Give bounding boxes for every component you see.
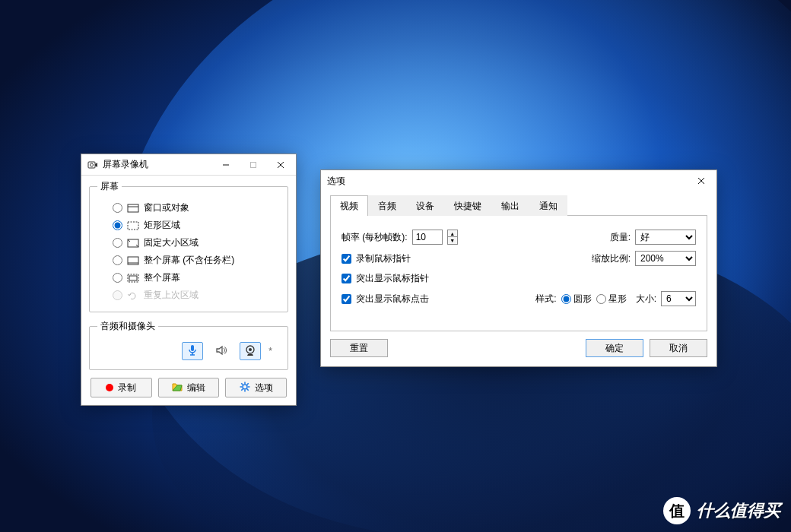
repeat-icon	[127, 291, 139, 300]
watermark-badge: 值	[663, 497, 691, 524]
close-button[interactable]	[688, 171, 715, 191]
radio-label: 整个屏幕	[144, 271, 180, 284]
checkbox-input[interactable]	[341, 254, 351, 264]
tab-notifications[interactable]: 通知	[529, 195, 567, 216]
tab-video[interactable]: 视频	[330, 195, 368, 216]
screen-group: 屏幕 窗口或对象 矩形区域 固定大小区域 整个屏幕 (不含任务栏)	[89, 180, 288, 312]
scale-label: 缩放比例:	[592, 252, 631, 265]
svg-rect-3	[251, 162, 256, 167]
reset-button[interactable]: 重置	[330, 339, 388, 357]
style-label: 样式:	[535, 293, 556, 306]
close-button[interactable]	[267, 155, 294, 175]
options-title: 选项	[327, 175, 688, 188]
spinner-up-icon[interactable]: ▲	[448, 230, 457, 237]
svg-line-28	[247, 383, 249, 385]
options-button[interactable]: 选项	[225, 378, 287, 397]
cancel-button[interactable]: 取消	[650, 339, 707, 357]
svg-rect-0	[88, 162, 95, 168]
size-select[interactable]: 6	[661, 291, 696, 306]
svg-point-21	[243, 385, 247, 389]
checkbox-label: 突出显示鼠标指针	[356, 272, 429, 285]
speaker-button[interactable]	[211, 342, 232, 360]
options-dialog: 选项 视频 音频 设备 快捷键 输出 通知 帧率 (每秒帧数): ▲▼ 质量: …	[320, 169, 717, 367]
quality-select[interactable]: 好	[635, 230, 696, 245]
checkbox-label: 突出显示鼠标点击	[356, 293, 429, 306]
radio-fullscreen-no-taskbar[interactable]: 整个屏幕 (不含任务栏)	[96, 252, 281, 269]
asterisk-indicator: *	[268, 346, 272, 356]
framerate-label: 帧率 (每秒帧数):	[341, 231, 408, 244]
radio-fixed-size-region[interactable]: 固定大小区域	[96, 234, 281, 252]
record-button[interactable]: 录制	[91, 378, 152, 397]
radio-input[interactable]	[113, 273, 122, 283]
svg-point-1	[91, 163, 94, 166]
quality-label: 质量:	[610, 231, 631, 244]
svg-rect-6	[128, 204, 138, 212]
tab-hotkeys[interactable]: 快捷键	[444, 195, 491, 216]
options-titlebar[interactable]: 选项	[321, 170, 716, 192]
svg-rect-8	[128, 222, 138, 230]
svg-line-26	[241, 383, 243, 385]
screen-legend: 屏幕	[97, 180, 122, 193]
svg-line-27	[247, 388, 249, 390]
options-tabstrip: 视频 音频 设备 快捷键 输出 通知	[330, 195, 707, 216]
radio-label: 矩形区域	[144, 219, 180, 232]
radio-input[interactable]	[113, 203, 122, 213]
radio-style-star[interactable]: 星形	[596, 293, 627, 306]
spinner-down-icon[interactable]: ▼	[448, 237, 457, 244]
screen-full-icon	[127, 274, 139, 283]
radio-input	[113, 290, 122, 300]
recorder-titlebar[interactable]: 屏幕录像机	[81, 154, 296, 176]
microphone-button[interactable]	[182, 342, 203, 360]
framerate-input[interactable]	[412, 230, 443, 245]
size-label: 大小:	[636, 293, 656, 306]
edit-button[interactable]: 编辑	[158, 378, 220, 397]
edit-label: 编辑	[187, 382, 205, 394]
framerate-spinner[interactable]: ▲▼	[447, 230, 458, 245]
tab-panel-video: 帧率 (每秒帧数): ▲▼ 质量: 好 录制鼠标指针 缩放比例: 200%	[330, 216, 707, 331]
tab-devices[interactable]: 设备	[406, 195, 444, 216]
speaker-icon	[215, 344, 227, 359]
webcam-button[interactable]	[240, 342, 261, 360]
checkbox-input[interactable]	[341, 274, 351, 283]
radio-fullscreen[interactable]: 整个屏幕	[96, 269, 281, 287]
radio-input[interactable]	[596, 294, 606, 304]
minimize-button[interactable]	[212, 155, 240, 175]
options-label: 选项	[255, 382, 273, 394]
window-icon	[127, 204, 139, 213]
ok-button[interactable]: 确定	[586, 339, 643, 357]
tab-audio[interactable]: 音频	[368, 195, 406, 216]
svg-rect-15	[129, 276, 137, 280]
radio-input[interactable]	[113, 238, 122, 248]
radio-window-or-object[interactable]: 窗口或对象	[96, 199, 281, 217]
svg-line-29	[241, 388, 243, 390]
radio-style-circle[interactable]: 圆形	[561, 293, 592, 306]
radio-label: 固定大小区域	[144, 236, 199, 249]
check-highlight-click[interactable]: 突出显示鼠标点击	[341, 293, 429, 306]
microphone-icon	[186, 344, 199, 359]
check-highlight-pointer[interactable]: 突出显示鼠标指针	[341, 272, 429, 285]
svg-point-20	[249, 348, 252, 351]
radio-label: 星形	[608, 293, 627, 306]
radio-label: 圆形	[573, 293, 592, 306]
radio-input[interactable]	[113, 255, 122, 265]
camera-icon	[87, 160, 98, 170]
radio-input[interactable]	[561, 294, 571, 304]
record-icon	[106, 384, 113, 391]
tab-output[interactable]: 输出	[491, 195, 529, 216]
radio-repeat-last-region: 重复上次区域	[96, 287, 281, 304]
screen-notaskbar-icon	[127, 256, 139, 265]
checkbox-input[interactable]	[341, 294, 351, 304]
radio-input[interactable]	[113, 220, 122, 230]
recorder-title: 屏幕录像机	[103, 158, 212, 171]
maximize-button[interactable]	[240, 155, 267, 175]
rect-dashed-icon	[127, 221, 139, 230]
scale-select[interactable]: 200%	[635, 251, 696, 266]
audio-camera-group: 音频和摄像头 *	[89, 320, 288, 370]
radio-rectangle-region[interactable]: 矩形区域	[96, 217, 281, 234]
folder-edit-icon	[172, 382, 183, 394]
fixed-size-icon	[127, 239, 139, 248]
check-record-pointer[interactable]: 录制鼠标指针	[341, 252, 411, 265]
svg-rect-16	[191, 345, 194, 351]
audio-legend: 音频和摄像头	[97, 320, 158, 333]
radio-label: 整个屏幕 (不含任务栏)	[144, 254, 234, 267]
